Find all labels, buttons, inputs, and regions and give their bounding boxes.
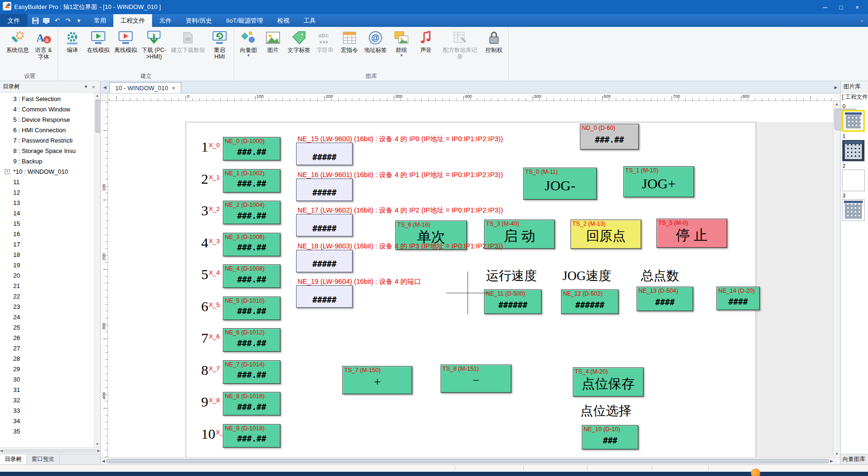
tab-scroll-left-icon[interactable]: ◀ bbox=[101, 85, 109, 90]
numeric-display-NE_14[interactable]: NE_14 (D-20)#### bbox=[716, 287, 760, 310]
numeric-display-ND_0[interactable]: ND_0 (D-60)###.## bbox=[580, 124, 639, 150]
caret-down-icon[interactable]: ▾ bbox=[75, 17, 83, 25]
ribbon-item-reboot-hmi[interactable]: 重启 HMI bbox=[207, 28, 232, 61]
expand-icon[interactable]: + bbox=[5, 169, 10, 174]
tree-item[interactable]: 35 bbox=[0, 426, 100, 437]
library-item-1[interactable]: 1 bbox=[842, 133, 868, 162]
panel-tab-窗口预览[interactable]: 窗口预览 bbox=[27, 454, 60, 464]
tree-item[interactable]: 20 bbox=[0, 271, 100, 281]
numeric-display-NE_9[interactable]: NE_9 (D-1018)###.## bbox=[223, 424, 281, 448]
scrollbar-thumb[interactable] bbox=[95, 100, 100, 133]
numeric-display-NE_3[interactable]: NE_3 (D-1006)###.## bbox=[223, 233, 281, 256]
scroll-up-icon[interactable]: ▲ bbox=[94, 94, 100, 98]
tree-item[interactable]: 25 bbox=[0, 323, 100, 333]
numeric-display-NE_6[interactable]: NE_6 (D-1012)###.## bbox=[223, 328, 281, 352]
tree-item[interactable]: 13 bbox=[0, 198, 100, 208]
ribbon-item-control-token[interactable]: 控制权 bbox=[482, 28, 506, 54]
hmi-button-TS_7[interactable]: TS_7 (M-150)+ bbox=[342, 366, 412, 394]
undo-icon[interactable]: ↶ bbox=[53, 17, 61, 25]
numeric-display-NE_19[interactable]: ##### bbox=[296, 285, 353, 308]
tree-item[interactable]: 6 : HMI Connection bbox=[0, 125, 100, 136]
hmi-button-TS_1[interactable]: TS_1 (M-10)JOG+ bbox=[623, 166, 694, 197]
tree-item[interactable]: 21 bbox=[0, 281, 100, 291]
ribbon-tab-IIoT/能源管理[interactable]: IIoT/能源管理 bbox=[219, 14, 270, 27]
tree-item[interactable]: 7 : Password Restricti bbox=[0, 136, 100, 146]
ribbon-tab-元件[interactable]: 元件 bbox=[152, 14, 179, 27]
tree-item[interactable]: 23 bbox=[0, 302, 100, 312]
tree-item[interactable]: 22 bbox=[0, 291, 100, 302]
library-item-0[interactable]: 0 bbox=[842, 103, 868, 132]
tree-item[interactable]: 14 bbox=[0, 208, 100, 219]
numeric-display-NE_0[interactable]: NE_0 (D-1000)###.## bbox=[223, 137, 281, 161]
library-thumbnail[interactable] bbox=[842, 110, 865, 132]
ribbon-item-offline-simulation[interactable]: 离线模拟 bbox=[112, 28, 139, 54]
hmi-button-TS_8[interactable]: TS_8 (M-151)− bbox=[441, 365, 511, 393]
tab-close-icon[interactable]: × bbox=[172, 85, 175, 92]
maximize-button[interactable]: □ bbox=[833, 1, 849, 13]
tree-item[interactable]: 9 : Backup bbox=[0, 156, 100, 167]
library-thumbnail[interactable] bbox=[842, 140, 865, 162]
ribbon-item-system-info[interactable]: 系统信息 bbox=[4, 28, 31, 54]
ribbon-item-language-font[interactable]: Aa语言 & 字体 bbox=[31, 28, 56, 61]
ribbon-tab-检视[interactable]: 检视 bbox=[270, 14, 297, 27]
numeric-display-NE_11[interactable]: NE_11 (D-500)###### bbox=[484, 289, 542, 314]
preview-icon[interactable] bbox=[42, 17, 51, 25]
hmi-button-TS_2[interactable]: TS_2 (M-13)回原点 bbox=[570, 220, 641, 249]
tree-item[interactable]: 26 bbox=[0, 333, 100, 343]
vector-library-tab[interactable]: 向量图库 bbox=[841, 454, 868, 464]
numeric-display-NE_12[interactable]: NE_12 (D-502)###### bbox=[561, 289, 619, 314]
tab-scroll-right-icon[interactable]: ▶ bbox=[832, 85, 840, 90]
ribbon-item-compile[interactable]: 编译 bbox=[60, 28, 85, 54]
tree-item[interactable]: 17 bbox=[0, 239, 100, 250]
scroll-down-icon[interactable]: ▼ bbox=[94, 442, 100, 446]
scroll-left-icon[interactable]: ◀ bbox=[102, 459, 105, 463]
tree-item[interactable]: 8 : Storage Space Insu bbox=[0, 146, 100, 156]
library-item-2[interactable]: 2 bbox=[842, 163, 868, 191]
tree-item[interactable]: 12 bbox=[0, 187, 100, 198]
file-menu-button[interactable]: 文件 bbox=[0, 14, 27, 27]
numeric-display-NE_17[interactable]: ##### bbox=[296, 214, 353, 237]
numeric-display-NE_5[interactable]: NE_5 (D-1010)###.## bbox=[223, 297, 281, 320]
tree-vertical-scrollbar[interactable]: ▲▼ bbox=[94, 93, 100, 447]
hmi-button-TS_0[interactable]: TS_0 (M-11)JOG- bbox=[523, 168, 597, 200]
numeric-display-NE_18[interactable]: ##### bbox=[296, 250, 353, 272]
library-thumbnail[interactable] bbox=[842, 199, 865, 221]
minimize-button[interactable]: ─ bbox=[817, 1, 833, 13]
numeric-display-NE_7[interactable]: NE_7 (D-1014)###.## bbox=[223, 360, 281, 384]
scroll-down-icon[interactable]: ▼ bbox=[834, 452, 840, 456]
tree-item[interactable]: 24 bbox=[0, 312, 100, 323]
tree-item[interactable]: 18 bbox=[0, 250, 100, 260]
canvas-horizontal-scrollbar[interactable]: ◀ ▶ bbox=[101, 457, 840, 464]
ribbon-item-online-simulation[interactable]: 在线模拟 bbox=[85, 28, 112, 54]
tree-item[interactable]: 29 bbox=[0, 364, 100, 374]
tree-item[interactable]: 34 bbox=[0, 416, 100, 426]
ribbon-tab-常用[interactable]: 常用 bbox=[87, 14, 113, 27]
mdi-restore-icon[interactable]: ▫ bbox=[856, 14, 868, 27]
close-panel-icon[interactable]: × bbox=[90, 84, 97, 90]
numeric-display-NE_16[interactable]: ##### bbox=[296, 178, 353, 201]
numeric-display-NE_2[interactable]: NE_2 (D-1004)###.## bbox=[223, 201, 281, 224]
library-item-3[interactable]: 3 bbox=[842, 193, 868, 221]
numeric-display-NE_13[interactable]: NE_13 (D-504)#### bbox=[637, 287, 693, 311]
close-button[interactable]: × bbox=[849, 1, 865, 13]
numeric-display-NE_8[interactable]: NE_8 (D-1016)###.## bbox=[223, 392, 281, 416]
hmi-button-TS_5[interactable]: TS_5 (M-0)停 止 bbox=[656, 219, 727, 248]
tree-item[interactable]: 16 bbox=[0, 229, 100, 239]
library-thumbnail[interactable] bbox=[842, 170, 865, 191]
ribbon-item-sound[interactable]: 声音 bbox=[414, 28, 438, 54]
redo-icon[interactable]: ↷ bbox=[64, 17, 72, 25]
numeric-display-NE_4[interactable]: NE_4 (D-1008)###.## bbox=[223, 264, 281, 288]
ribbon-item-download-pc-hmi[interactable]: 下载 (PC- >HMI) bbox=[139, 28, 169, 61]
ribbon-tab-资料/历史[interactable]: 资料/历史 bbox=[179, 14, 219, 27]
scroll-up-icon[interactable]: ▲ bbox=[834, 102, 840, 106]
tree-item[interactable]: 33 bbox=[0, 406, 100, 416]
tree-item[interactable]: 5 : Device Response bbox=[0, 115, 100, 125]
tree-item[interactable]: 32 bbox=[0, 395, 100, 406]
save-icon[interactable] bbox=[31, 17, 40, 25]
tree-item[interactable]: 3 : Fast Selection bbox=[0, 94, 100, 104]
ribbon-tab-工具[interactable]: 工具 bbox=[297, 14, 323, 27]
tree-item[interactable]: 11 bbox=[0, 177, 100, 187]
ribbon-item-text-label[interactable]: 文字标签 bbox=[285, 28, 313, 54]
ribbon-item-macro[interactable]: 宏指令 bbox=[337, 28, 362, 54]
tree-item[interactable]: 27 bbox=[0, 343, 100, 354]
